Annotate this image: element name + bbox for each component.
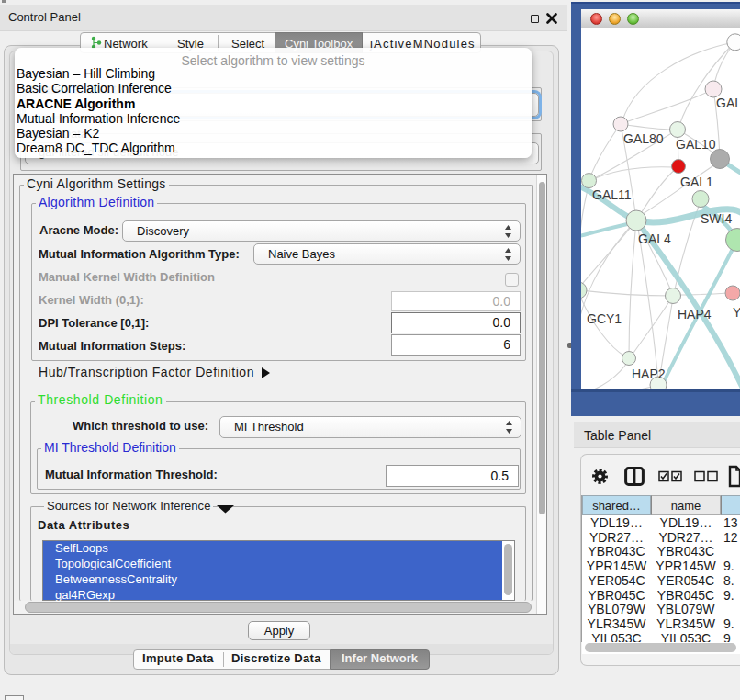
svg-text:GAL10: GAL10 [676, 137, 716, 152]
svg-text:GAL4: GAL4 [638, 231, 671, 246]
svg-text:GAL: GAL [716, 96, 740, 110]
svg-text:HAP2: HAP2 [632, 367, 666, 381]
svg-text:GAL80: GAL80 [623, 131, 664, 146]
svg-text:GAL1: GAL1 [680, 175, 713, 189]
svg-text:GAL11: GAL11 [592, 187, 632, 202]
svg-text:HAP4: HAP4 [678, 307, 712, 322]
svg-text:SWI4: SWI4 [701, 211, 732, 226]
svg-text:GCY1: GCY1 [587, 311, 622, 326]
svg-text:Y: Y [733, 305, 740, 320]
